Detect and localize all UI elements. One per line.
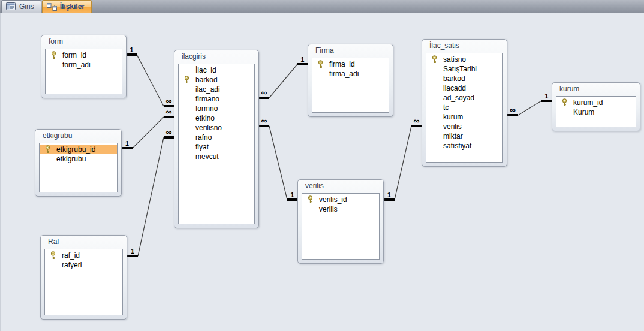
field-form_adi[interactable]: form_adi [46,60,122,70]
field-list: verilis_idverilis [302,193,380,260]
table-title[interactable]: etkigrubu [35,130,121,142]
field-name: ilac_adi [195,85,220,94]
relationship-form-ilacgiris[interactable]: 1∞ [127,46,174,106]
table-etkigrubu[interactable]: etkigrubuetkigrubu_idetkigrubu [35,129,122,197]
field-name: rafyeri [62,261,82,269]
table-title[interactable]: ilacgiris [174,50,258,63]
cardinality-many-label: ∞ [261,88,267,97]
field-list: firma_idfirma_adi [312,58,389,113]
field-name: kurum_id [573,98,603,107]
field-rafyeri[interactable]: rafyeri [45,260,122,270]
table-title[interactable]: Raf [41,236,127,248]
relationships-icon [47,2,57,11]
field-name: kurum [443,113,463,121]
primary-key-icon [561,98,568,107]
field-SatışTarihi[interactable]: SatışTarihi [426,64,502,74]
field-verilis[interactable]: verilis [302,204,379,214]
field-miktar[interactable]: miktar [426,131,502,141]
field-barkod[interactable]: barkod [426,74,502,83]
tab-bar: Girisİlişkiler [0,0,644,13]
field-form_id[interactable]: form_id [46,50,122,60]
field-list: kurum_idKurum [556,96,636,127]
primary-key-icon [44,145,51,154]
table-title[interactable]: İlac_satis [422,40,507,52]
table-title[interactable]: kurum [552,83,640,95]
field-tc[interactable]: tc [426,103,502,112]
field-satısfiyat[interactable]: satısfiyat [426,141,502,151]
table-title[interactable]: verilis [298,180,383,192]
table-İlac_satis[interactable]: İlac_satissatisnoSatışTarihibarkodilacad… [422,39,507,167]
access-relationships-window: Girisİlişkiler 1∞1∞1∞∞1∞11∞∞1formform_id… [0,0,644,331]
field-rafno[interactable]: rafno [179,133,254,142]
primary-key-icon [50,251,56,260]
tab-iliskiler[interactable]: İlişkiler [42,0,92,13]
field-raf_id[interactable]: raf_id [45,251,122,260]
table-Firma[interactable]: Firmafirma_idfirma_adi [308,44,393,117]
table-title[interactable]: Firma [308,44,393,57]
cardinality-one-label: 1 [131,248,134,255]
field-verilisno[interactable]: verilisno [179,123,254,133]
field-name: tc [443,103,449,112]
field-etkino[interactable]: etkino [179,113,254,123]
cardinality-one-label: 1 [291,191,294,198]
field-name: fiyat [195,143,209,151]
field-fiyat[interactable]: fiyat [179,142,254,152]
cardinality-many-label: ∞ [166,107,172,116]
field-name: barkod [443,74,465,83]
tab-label: Giris [19,2,34,11]
field-firmano[interactable]: firmano [179,94,254,104]
table-Raf[interactable]: Rafraf_idrafyeri [40,235,127,320]
primary-key-icon [50,51,57,59]
field-name: raf_id [62,251,80,260]
field-name: firmano [195,95,219,103]
field-firma_id[interactable]: firma_id [312,59,389,69]
primary-key-icon [431,55,438,64]
field-name: rafno [195,133,212,142]
field-İlac_id[interactable]: İlac_id [179,65,254,75]
table-ilacgiris[interactable]: ilacgirisİlac_idbarkodilac_adifirmanofor… [174,50,259,228]
relationship-ilacgiris-Firma[interactable]: ∞1 [259,56,308,98]
relationship-verilis-İlac_satis[interactable]: 1∞ [384,116,422,200]
field-kurum[interactable]: kurum [426,112,502,122]
field-Kurum[interactable]: Kurum [556,107,636,117]
field-etkigrubu[interactable]: etkigrubu [40,154,117,164]
field-satisno[interactable]: satisno [426,55,502,64]
field-barkod[interactable]: barkod [179,75,254,85]
form-icon [6,2,16,11]
field-name: ad_soyad [443,94,474,102]
field-mevcut[interactable]: mevcut [179,152,254,161]
field-etkigrubu_id[interactable]: etkigrubu_id [40,145,117,154]
field-kurum_id[interactable]: kurum_id [556,98,636,107]
cardinality-many-label: ∞ [261,116,267,125]
relationship-ilacgiris-verilis[interactable]: ∞1 [259,116,297,200]
cardinality-many-label: ∞ [166,96,172,106]
field-ad_soyad[interactable]: ad_soyad [426,93,502,103]
cardinality-one-label: 1 [387,191,391,198]
cardinality-one-label: 1 [130,46,134,53]
field-name: verilis [443,122,462,131]
field-name: İlac_id [195,66,216,74]
table-verilis[interactable]: verilisverilis_idverilis [297,179,384,264]
field-name: verilis [319,205,338,213]
field-name: firma_id [329,60,355,68]
field-ilac_adi[interactable]: ilac_adi [179,85,254,94]
field-formno[interactable]: formno [179,104,254,113]
field-ilacadd[interactable]: ilacadd [426,83,502,93]
relationship-İlac_satis-kurum[interactable]: ∞1 [507,92,552,115]
field-verilis_id[interactable]: verilis_id [302,195,379,204]
cardinality-many-label: ∞ [166,127,172,137]
table-title[interactable]: form [41,35,126,48]
field-name: SatışTarihi [443,65,477,73]
table-form[interactable]: formform_idform_adi [41,35,127,98]
field-name: formno [195,104,218,113]
field-name: satisno [443,55,466,64]
table-kurum[interactable]: kurumkurum_idKurum [552,82,640,131]
primary-key-icon [183,76,190,84]
field-name: form_id [62,51,86,59]
field-name: barkod [195,76,218,84]
field-verilis[interactable]: verilis [426,122,502,131]
field-firma_adi[interactable]: firma_adi [312,69,389,79]
field-name: firma_adi [329,70,359,78]
tab-giris[interactable]: Giris [1,0,41,13]
field-name: etkino [195,114,215,122]
